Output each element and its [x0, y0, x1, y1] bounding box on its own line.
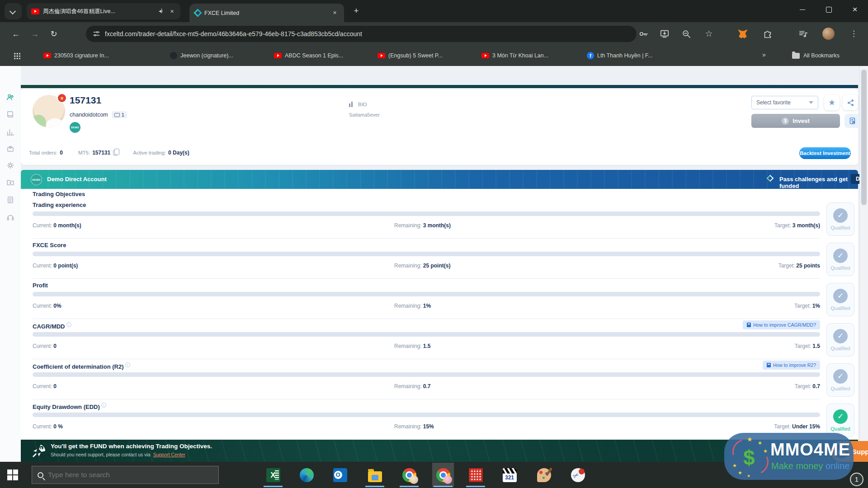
- select-favorite-dropdown[interactable]: Select favorite: [751, 96, 818, 109]
- favorite-star-button[interactable]: [824, 95, 840, 110]
- browser-profile-avatar[interactable]: [822, 28, 835, 40]
- install-app-icon[interactable]: [660, 29, 670, 39]
- search-icon: [38, 472, 43, 478]
- remaining-value: Remaining:0.7: [394, 383, 430, 389]
- current-value: Current:0 month(s): [33, 222, 81, 229]
- window-minimize-button[interactable]: [789, 0, 816, 19]
- window-close-button[interactable]: [842, 0, 868, 19]
- bookmark-item[interactable]: Jeewon (cignature)...: [170, 49, 233, 62]
- sidebar-support-icon[interactable]: [6, 213, 14, 221]
- site-info-icon[interactable]: [92, 30, 100, 38]
- start-button[interactable]: [7, 469, 19, 481]
- scrollbar-thumb[interactable]: [861, 70, 867, 205]
- bookmark-item[interactable]: 3 Món Từ Khoai Lan...: [481, 49, 548, 62]
- browser-toolbar: ← → ↻ fxceltd.com/trader-detail/fxce-mt5…: [0, 22, 868, 46]
- apps-grid-icon[interactable]: [14, 52, 20, 59]
- window-maximize-button[interactable]: [816, 0, 842, 19]
- info-icon[interactable]: [125, 362, 130, 367]
- password-key-icon[interactable]: [639, 29, 649, 39]
- info-icon[interactable]: [66, 322, 71, 327]
- facebook-favicon: [587, 52, 594, 59]
- taskbar-excel[interactable]: [262, 463, 284, 487]
- mmo4me-watermark: $ ★ ★ ★ ★ ★ ★ MMO4ME Make money online: [724, 433, 854, 480]
- forward-button[interactable]: →: [28, 27, 42, 41]
- help-link-cagr[interactable]: How to improve CAGR/MDD?: [743, 320, 820, 329]
- share-button[interactable]: [843, 95, 858, 110]
- youtube-favicon: [43, 53, 51, 58]
- address-bar[interactable]: fxceltd.com/trader-detail/fxce-mt5-demo/…: [86, 26, 637, 42]
- qualified-badge-achieved: Qualified: [826, 404, 854, 437]
- taskbar-snipping-tool[interactable]: [567, 463, 589, 487]
- tab-title: FXCE Limited: [204, 10, 327, 16]
- taskbar-outlook[interactable]: [329, 463, 351, 487]
- browser-menu-icon[interactable]: [850, 28, 858, 40]
- target-value: Target:1%: [794, 303, 820, 309]
- sidebar-widgets-icon[interactable]: [6, 145, 14, 153]
- edge-icon: [300, 468, 314, 482]
- star-decoration: ★: [763, 448, 768, 454]
- notification-count-badge[interactable]: 1: [850, 473, 863, 486]
- sidebar-chart-icon[interactable]: [6, 128, 14, 136]
- search-input[interactable]: [48, 471, 213, 479]
- coin-icon: [782, 117, 789, 125]
- invest-button[interactable]: Invest: [751, 114, 840, 128]
- media-controls-icon[interactable]: [798, 29, 808, 39]
- sidebar-news-icon[interactable]: [6, 196, 14, 204]
- tab-close-icon[interactable]: [168, 8, 176, 15]
- taskbar-media-player-classic[interactable]: [499, 463, 520, 487]
- excel-icon: [266, 468, 280, 482]
- support-center-link[interactable]: Support Center: [153, 452, 185, 457]
- current-value: Current:0 %: [33, 423, 63, 430]
- bookmarks-overflow-icon[interactable]: [762, 51, 765, 58]
- account-count-badge[interactable]: 1: [112, 111, 127, 118]
- target-value: Target:1.5: [795, 343, 820, 349]
- objective-cagr-mdd: CAGR/MDD How to improve CAGR/MDD? Curren…: [33, 319, 854, 359]
- extensions-icon[interactable]: [763, 29, 773, 39]
- help-link-r2[interactable]: How to improve R2?: [763, 361, 820, 370]
- id-card-icon: [114, 113, 120, 117]
- copy-icon[interactable]: [113, 150, 118, 155]
- all-bookmarks-button[interactable]: All Bookmarks: [792, 49, 840, 62]
- sidebar-traders-icon[interactable]: [6, 93, 14, 101]
- progress-bar: [33, 413, 820, 417]
- bookmark-star-icon[interactable]: ☆: [704, 29, 714, 39]
- zoom-icon[interactable]: [681, 29, 691, 39]
- taskbar-red-grid-app[interactable]: [465, 463, 486, 487]
- new-tab-button[interactable]: [350, 5, 362, 17]
- tab-search-menu-button[interactable]: [5, 3, 22, 19]
- tab-fxce-active[interactable]: FXCE Limited: [189, 4, 344, 22]
- flag-star-badge: [57, 93, 67, 103]
- taskbar-chrome-profile1[interactable]: [398, 463, 420, 487]
- taskbar-search-box[interactable]: [32, 466, 219, 484]
- sidebar-settings-icon[interactable]: [6, 161, 14, 169]
- browser-tab-strip: 周杰倫演唱會46首精選Live... FXCE Limited: [0, 0, 868, 22]
- tab-youtube[interactable]: 周杰倫演唱會46首精選Live...: [27, 3, 180, 19]
- back-button[interactable]: ←: [9, 27, 23, 41]
- metamask-icon[interactable]: [738, 29, 748, 38]
- sidebar-library-icon[interactable]: [6, 110, 14, 118]
- trader-report-button[interactable]: [844, 114, 860, 128]
- bookmark-item[interactable]: (Engsub) 5 Sweet P...: [377, 49, 443, 62]
- taskbar-edge[interactable]: [296, 463, 317, 487]
- bookmark-item[interactable]: 230503 cignature In...: [43, 49, 109, 62]
- bookmark-item[interactable]: Lth Thanh Huyền | F...: [587, 49, 653, 62]
- page-scrollbar[interactable]: [859, 66, 868, 462]
- star-decoration: ★: [758, 440, 762, 446]
- taskbar-chrome-profile2[interactable]: [432, 463, 454, 487]
- reload-button[interactable]: ↻: [47, 27, 61, 41]
- tab-title: 周杰倫演唱會46首精選Live...: [43, 8, 154, 15]
- current-value: Current:0 point(s): [33, 263, 78, 269]
- taskbar-file-explorer[interactable]: [364, 463, 386, 487]
- info-icon[interactable]: [101, 403, 106, 408]
- bookmark-item[interactable]: ABDC Season 1 Epis...: [274, 49, 343, 62]
- trader-username: chandoidotcom: [70, 112, 108, 118]
- tab-audio-icon[interactable]: [157, 8, 165, 14]
- taskbar-paint[interactable]: [533, 463, 555, 487]
- fxce-diamond-icon: [767, 175, 774, 182]
- fund-banner-subtitle: Should you need support, please contact …: [51, 452, 185, 457]
- sidebar-folder-add-icon[interactable]: [6, 178, 14, 186]
- tab-close-icon[interactable]: [331, 9, 339, 17]
- bookmark-label: ABDC Season 1 Epis...: [285, 52, 343, 59]
- objective-title: Trading experience: [33, 202, 86, 208]
- backtest-investment-button[interactable]: Backtest Investment: [799, 147, 851, 159]
